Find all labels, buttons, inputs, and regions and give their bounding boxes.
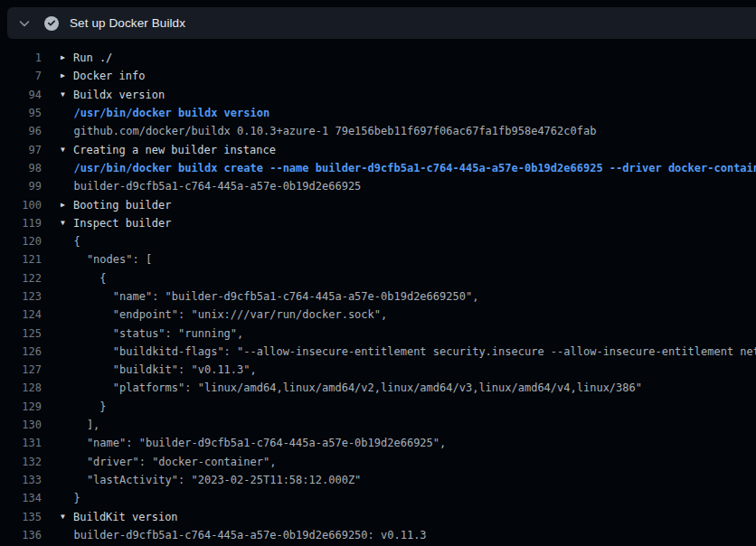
line-number-link[interactable]: 94 xyxy=(0,89,42,101)
log-group-row[interactable]: 1▶Run ./ xyxy=(0,49,756,67)
log-group-row[interactable]: 97▼Creating a new builder instance xyxy=(0,140,756,158)
line-number-link[interactable]: 7 xyxy=(0,70,42,82)
log-line-row: 134 } xyxy=(0,489,756,507)
line-number-link[interactable]: 121 xyxy=(0,253,42,266)
line-number-link[interactable]: 122 xyxy=(0,272,42,285)
line-number-link[interactable]: 119 xyxy=(0,217,42,230)
log-text: Buildx version xyxy=(73,89,165,101)
step-title: Set up Docker Buildx xyxy=(70,16,185,30)
line-number-link[interactable]: 97 xyxy=(0,144,42,156)
log-line-content: ▼Inspect builder xyxy=(61,217,171,230)
log-text: BuildKit version xyxy=(73,511,178,523)
line-number-link[interactable]: 127 xyxy=(0,363,42,376)
line-number-link[interactable]: 133 xyxy=(0,474,42,486)
line-number-link[interactable]: 95 xyxy=(0,107,42,119)
disclosure-triangle-collapsed-icon: ▶ xyxy=(61,72,73,80)
log-line-row: 95 /usr/bin/docker buildx version xyxy=(0,104,756,122)
disclosure-triangle-expanded-icon: ▼ xyxy=(61,220,73,227)
log-text: "name": "builder-d9cfb5a1-c764-445a-a57e… xyxy=(61,437,446,449)
log-line-content: ▼Creating a new builder instance xyxy=(61,144,276,156)
log-line-content: ▼Buildx version xyxy=(61,89,165,101)
disclosure-triangle-collapsed-icon: ▶ xyxy=(61,202,73,209)
disclosure-triangle-expanded-icon: ▼ xyxy=(61,146,73,154)
log-line-row: 130 ], xyxy=(0,416,756,434)
log-group-row[interactable]: 94▼Buildx version xyxy=(0,86,756,104)
log-text: "driver": "docker-container", xyxy=(61,456,276,468)
line-number-link[interactable]: 120 xyxy=(0,235,42,248)
log-line-content: "name": "builder-d9cfb5a1-c764-445a-a57e… xyxy=(61,437,446,449)
log-line-content: "driver": "docker-container", xyxy=(61,456,276,468)
log-line-row: 122 { xyxy=(0,269,756,287)
log-line-row: 96 github.com/docker/buildx 0.10.3+azure… xyxy=(0,122,756,140)
log-group-row[interactable]: 100▶Booting builder xyxy=(0,195,756,213)
log-group-row[interactable]: 119▼Inspect builder xyxy=(0,214,756,232)
log-line-row: 124 "endpoint": "unix:///var/run/docker.… xyxy=(0,306,756,324)
log-line-content: "endpoint": "unix:///var/run/docker.sock… xyxy=(61,308,387,321)
line-number-link[interactable]: 129 xyxy=(0,400,42,413)
log-line-content: /usr/bin/docker buildx create --name bui… xyxy=(61,162,756,174)
log-group-row[interactable]: 7▶Docker info xyxy=(0,67,756,85)
line-number-link[interactable]: 100 xyxy=(0,199,42,212)
log-lines: 1▶Run ./7▶Docker info94▼Buildx version95… xyxy=(0,49,756,544)
disclosure-triangle-expanded-icon: ▼ xyxy=(61,91,73,99)
log-group-row[interactable]: 135▼BuildKit version xyxy=(0,507,756,525)
line-number-link[interactable]: 1 xyxy=(0,52,42,64)
line-number-link[interactable]: 124 xyxy=(0,308,42,321)
line-number-link[interactable]: 99 xyxy=(0,180,42,193)
log-line-content: } xyxy=(61,492,80,504)
log-text: "status": "running", xyxy=(61,327,243,340)
log-line-content: github.com/docker/buildx 0.10.3+azure-1 … xyxy=(61,125,596,137)
line-number-link[interactable]: 128 xyxy=(0,381,42,394)
log-text: builder-d9cfb5a1-c764-445a-a57e-0b19d2e6… xyxy=(61,180,361,193)
log-line-content: "buildkit": "v0.11.3", xyxy=(61,363,257,376)
log-text: { xyxy=(61,272,107,285)
log-text: Creating a new builder instance xyxy=(73,144,276,156)
log-text: { xyxy=(61,235,80,248)
line-number-link[interactable]: 136 xyxy=(0,529,42,541)
log-text: builder-d9cfb5a1-c764-445a-a57e-0b19d2e6… xyxy=(61,529,427,541)
log-text: /usr/bin/docker buildx version xyxy=(61,107,269,119)
log-text: "lastActivity": "2023-02-25T11:58:12.000… xyxy=(61,474,361,486)
log-line-row: 123 "name": "builder-d9cfb5a1-c764-445a-… xyxy=(0,287,756,306)
log-line-row: 126 "buildkitd-flags": "--allow-insecure… xyxy=(0,343,756,361)
log-line-row: 129 } xyxy=(0,398,756,416)
log-line-content: "lastActivity": "2023-02-25T11:58:12.000… xyxy=(61,474,361,486)
log-area: 1▶Run ./7▶Docker info94▼Buildx version95… xyxy=(0,39,756,544)
log-text: "buildkit": "v0.11.3", xyxy=(61,363,257,376)
line-number-link[interactable]: 98 xyxy=(0,162,42,174)
log-line-content: builder-d9cfb5a1-c764-445a-a57e-0b19d2e6… xyxy=(61,529,427,541)
line-number-link[interactable]: 134 xyxy=(0,492,42,504)
log-text: } xyxy=(61,400,107,413)
log-line-content: "name": "builder-d9cfb5a1-c764-445a-a57e… xyxy=(61,290,478,303)
line-number-link[interactable]: 125 xyxy=(0,327,42,340)
log-text: Docker info xyxy=(73,70,145,82)
log-text: github.com/docker/buildx 0.10.3+azure-1 … xyxy=(61,125,596,137)
log-line-content: { xyxy=(61,235,80,248)
log-line-row: 125 "status": "running", xyxy=(0,324,756,342)
log-line-content: ▶Docker info xyxy=(61,70,145,82)
disclosure-triangle-collapsed-icon: ▶ xyxy=(61,54,73,61)
log-text: "endpoint": "unix:///var/run/docker.sock… xyxy=(61,308,387,321)
log-line-row: 132 "driver": "docker-container", xyxy=(0,453,756,471)
log-line-row: 133 "lastActivity": "2023-02-25T11:58:12… xyxy=(0,471,756,489)
line-number-link[interactable]: 126 xyxy=(0,345,42,358)
log-line-content: /usr/bin/docker buildx version xyxy=(61,107,269,119)
log-text: "buildkitd-flags": "--allow-insecure-ent… xyxy=(61,345,756,358)
line-number-link[interactable]: 135 xyxy=(0,511,42,523)
log-text: "nodes": [ xyxy=(61,253,152,266)
check-circle-icon xyxy=(44,16,59,31)
log-text: "platforms": "linux/amd64,linux/amd64/v2… xyxy=(61,381,642,394)
log-line-row: 127 "buildkit": "v0.11.3", xyxy=(0,361,756,379)
log-line-row: 131 "name": "builder-d9cfb5a1-c764-445a-… xyxy=(0,434,756,452)
line-number-link[interactable]: 96 xyxy=(0,125,42,137)
line-number-link[interactable]: 123 xyxy=(0,290,42,303)
log-text: Run ./ xyxy=(73,52,112,64)
step-header-toggle[interactable]: Set up Docker Buildx xyxy=(7,7,756,39)
line-number-link[interactable]: 130 xyxy=(0,419,42,431)
log-line-content: builder-d9cfb5a1-c764-445a-a57e-0b19d2e6… xyxy=(61,180,361,193)
log-line-content: ], xyxy=(61,419,99,431)
log-line-row: 98 /usr/bin/docker buildx create --name … xyxy=(0,159,756,177)
line-number-link[interactable]: 132 xyxy=(0,456,42,468)
log-line-content: ▼BuildKit version xyxy=(61,511,178,523)
line-number-link[interactable]: 131 xyxy=(0,437,42,449)
